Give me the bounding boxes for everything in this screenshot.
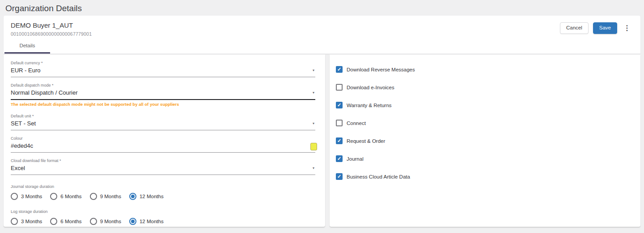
radio-icon[interactable]: [50, 193, 57, 200]
dispatch-mode-warning: The selected default dispatch mode might…: [11, 102, 315, 107]
save-button[interactable]: Save: [593, 22, 617, 34]
chevron-down-icon: ▾: [313, 68, 314, 72]
journal-storage-duration-group: Journal storage duration 3 Months 6 Mont…: [11, 184, 315, 200]
checkbox[interactable]: ✓: [336, 155, 343, 162]
radio-journal-6-months[interactable]: 6 Months: [50, 193, 81, 200]
check-icon: ✓: [337, 156, 341, 161]
features-panel: ✓ Download Reverse Messages ✓ Download e…: [330, 54, 640, 227]
feature-connect[interactable]: ✓ Connect: [336, 120, 640, 126]
radio-journal-9-months[interactable]: 9 Months: [90, 193, 121, 200]
field-label: Default dispatch mode *: [11, 83, 315, 87]
radio-icon[interactable]: [90, 218, 97, 225]
org-name: DEMO Buyer 1_AUT: [11, 21, 92, 29]
feature-download-reverse-messages[interactable]: ✓ Download Reverse Messages: [336, 66, 640, 73]
organization-header-card: DEMO Buyer 1_AUT 00100010686900000000006…: [4, 16, 640, 54]
colour-swatch[interactable]: [310, 143, 317, 150]
checkbox[interactable]: ✓: [336, 102, 343, 108]
content-area: Default currency * EUR - Euro ▾ Default …: [4, 54, 640, 227]
field-label: Cloud download file format *: [11, 158, 315, 163]
check-icon: ✓: [337, 103, 341, 108]
radio-log-12-months[interactable]: 12 Months: [129, 218, 164, 225]
checkbox[interactable]: ✓: [336, 84, 343, 91]
chevron-down-icon: ▾: [313, 166, 314, 170]
field-label: Colour: [11, 136, 315, 141]
checkbox[interactable]: ✓: [336, 137, 343, 144]
checkbox[interactable]: ✓: [336, 173, 343, 180]
radio-icon[interactable]: [50, 218, 57, 225]
cancel-button[interactable]: Cancel: [560, 22, 589, 34]
header-actions: Cancel Save ⋮: [560, 22, 632, 34]
radio-log-9-months[interactable]: 9 Months: [90, 218, 121, 225]
default-dispatch-mode-select[interactable]: Normal Dispatch / Courier ▾: [11, 89, 315, 100]
field-default-unit: Default unit * SET - Set ▾: [11, 114, 315, 130]
checkbox[interactable]: ✓: [336, 120, 343, 126]
radio-icon[interactable]: [90, 193, 97, 200]
radio-icon[interactable]: [129, 218, 136, 225]
radio-log-3-months[interactable]: 3 Months: [11, 218, 42, 225]
tab-details[interactable]: Details: [4, 40, 50, 54]
field-default-dispatch-mode: Default dispatch mode * Normal Dispatch …: [11, 83, 315, 107]
checkbox[interactable]: ✓: [336, 66, 343, 73]
radio-icon[interactable]: [129, 193, 136, 200]
feature-download-e-invoices[interactable]: ✓ Download e-Invoices: [336, 84, 640, 91]
cloud-download-format-select[interactable]: Excel ▾: [11, 165, 315, 175]
kebab-menu-icon[interactable]: ⋮: [622, 25, 632, 32]
radio-icon[interactable]: [11, 218, 18, 225]
field-default-currency: Default currency * EUR - Euro ▾: [11, 61, 315, 77]
field-label: Default unit *: [11, 114, 315, 118]
chevron-down-icon: ▾: [313, 91, 314, 95]
page-title: Organization Details: [0, 0, 644, 15]
tab-bar: Details: [4, 40, 640, 54]
default-currency-select[interactable]: EUR - Euro ▾: [11, 67, 315, 77]
settings-form-panel: Default currency * EUR - Euro ▾ Default …: [4, 54, 325, 227]
feature-request-order[interactable]: ✓ Request & Order: [336, 137, 640, 144]
radio-icon[interactable]: [11, 193, 18, 200]
feature-journal[interactable]: ✓ Journal: [336, 155, 640, 162]
check-icon: ✓: [337, 138, 341, 143]
field-cloud-download-format: Cloud download file format * Excel ▾: [11, 158, 315, 175]
default-unit-select[interactable]: SET - Set ▾: [11, 120, 315, 130]
field-colour: Colour #eded4c: [11, 136, 315, 153]
group-label: Log storage duration: [11, 209, 315, 214]
log-storage-duration-group: Log storage duration 3 Months 6 Months 9…: [11, 209, 315, 225]
radio-journal-12-months[interactable]: 12 Months: [129, 193, 164, 200]
field-label: Default currency *: [11, 61, 315, 65]
colour-input[interactable]: #eded4c: [11, 142, 315, 153]
group-label: Journal storage duration: [11, 184, 315, 189]
radio-journal-3-months[interactable]: 3 Months: [11, 193, 42, 200]
check-icon: ✓: [337, 174, 341, 179]
chevron-down-icon: ▾: [313, 121, 314, 125]
org-id: 001000106869000000000067779001: [11, 31, 92, 37]
radio-log-6-months[interactable]: 6 Months: [50, 218, 81, 225]
org-identity: DEMO Buyer 1_AUT 00100010686900000000006…: [11, 21, 92, 37]
feature-warranty-returns[interactable]: ✓ Warranty & Returns: [336, 102, 640, 108]
check-icon: ✓: [337, 67, 341, 72]
feature-business-cloud-article-data[interactable]: ✓ Business Cloud Article Data: [336, 173, 640, 180]
